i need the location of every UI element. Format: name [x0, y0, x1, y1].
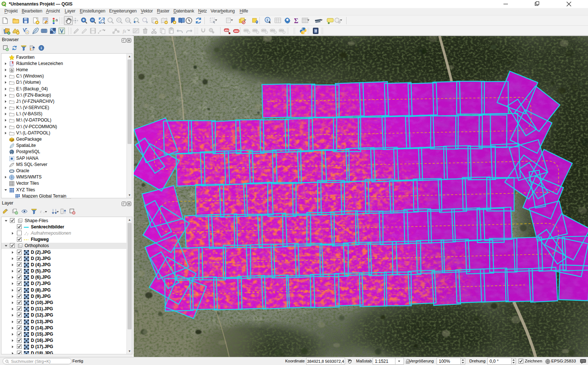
svg-text:Σ: Σ: [294, 17, 298, 25]
svg-text:ε: ε: [40, 209, 42, 214]
svg-text:fx: fx: [123, 28, 126, 34]
svg-text:?: ?: [315, 29, 317, 33]
svg-text:i: i: [267, 18, 268, 22]
svg-text:1:1: 1:1: [126, 19, 130, 21]
svg-text:a: a: [55, 18, 58, 22]
svg-text:abc: abc: [225, 29, 229, 32]
svg-text:i: i: [41, 46, 42, 50]
svg-text:abc: abc: [234, 30, 239, 32]
